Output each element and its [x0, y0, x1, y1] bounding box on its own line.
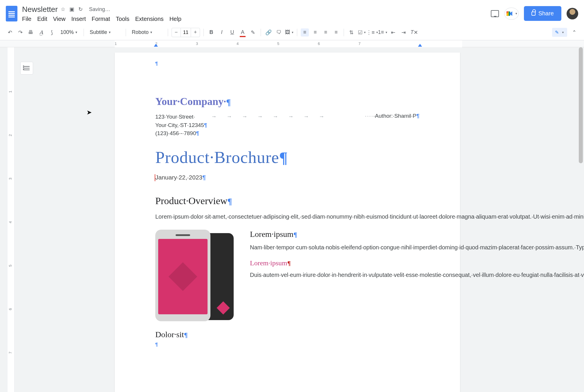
clear-formatting-button[interactable]: T✕: [410, 28, 418, 37]
saving-status: Saving…: [89, 6, 110, 12]
underline-button[interactable]: U: [228, 28, 236, 37]
svg-marker-3: [510, 11, 513, 16]
align-justify-button[interactable]: ≡: [332, 28, 340, 37]
vertical-ruler[interactable]: 1 2 3 4 5 6 7: [8, 47, 15, 392]
overview-paragraph[interactable]: Lorem·ipsum·dolor·sit·amet,·consectetuer…: [155, 212, 419, 222]
lock-icon: [531, 12, 536, 16]
align-right-button[interactable]: ≡: [322, 28, 330, 37]
paragraph-style-dropdown[interactable]: Subtitle▼: [87, 28, 122, 37]
align-center-button[interactable]: ≡: [311, 28, 319, 37]
indent-decrease-button[interactable]: ⇤: [389, 28, 397, 37]
address-line-1: 123·Your·Street·: [155, 114, 195, 120]
move-icon[interactable]: ▣: [69, 6, 74, 12]
mouse-cursor-icon: ➤: [86, 109, 92, 116]
font-family-dropdown[interactable]: Roboto▼: [129, 28, 164, 37]
heading-product-overview[interactable]: Product·Overview¶: [155, 195, 419, 206]
document-canvas: 1 2 3 4 5 6 7 ➤ ¶ Your·Company·¶ 123·You…: [0, 47, 584, 392]
ruler-v-mark: 6: [8, 308, 12, 310]
subtitle-date[interactable]: January·22,·2023¶: [155, 174, 419, 181]
collapse-toolbar-button[interactable]: ⌃: [570, 28, 578, 37]
numbered-list-button[interactable]: 1≡▼: [379, 28, 387, 37]
document-title[interactable]: Newsletter: [22, 5, 58, 14]
ruler-h-mark: 4: [237, 41, 239, 46]
ruler-v-mark: 2: [8, 134, 12, 136]
line-spacing-button[interactable]: ⇅: [347, 28, 356, 37]
font-size-increase[interactable]: +: [191, 28, 200, 37]
add-comment-button[interactable]: 🗨: [275, 28, 283, 37]
app-header: Newsletter ☆ ▣ ↻ Saving… File Edit View …: [0, 0, 584, 25]
outline-toggle-button[interactable]: [20, 62, 33, 75]
cloud-status-icon[interactable]: ↻: [78, 6, 83, 12]
menu-file[interactable]: File: [22, 16, 31, 22]
ruler-v-mark: 4: [8, 221, 12, 223]
link-button[interactable]: 🔗: [264, 28, 273, 37]
paragraph-b[interactable]: Duis·autem·vel·eum·iriure·dolor·in·hendr…: [250, 270, 584, 280]
document-page[interactable]: ¶ Your·Company·¶ 123·Your·Street· Your·C…: [115, 52, 460, 392]
ruler-h-mark: 1: [115, 41, 117, 46]
heading-lorem-1[interactable]: Lorem·ipsum¶: [250, 230, 584, 239]
text-color-button[interactable]: A: [239, 28, 247, 37]
heading-lorem-2[interactable]: Lorem·ipsum¶: [250, 259, 584, 267]
empty-paragraph-2: ¶: [155, 342, 419, 347]
indent-marker-right[interactable]: [418, 44, 422, 47]
spellcheck-button[interactable]: A̲: [37, 28, 45, 37]
insert-image-button[interactable]: 🖼▼: [285, 28, 293, 37]
meet-button[interactable]: ▼: [504, 8, 519, 20]
vertical-scrollbar[interactable]: [579, 47, 583, 392]
address-block[interactable]: 123·Your·Street· Your·City,·ST·12345¶ (1…: [155, 113, 419, 138]
share-label: Share: [538, 10, 554, 17]
paint-format-button[interactable]: ⟆: [48, 28, 56, 37]
menu-insert[interactable]: Insert: [71, 16, 86, 22]
ruler-h-mark: 7: [358, 41, 361, 46]
bulleted-list-button[interactable]: ⋮≡▼: [368, 28, 376, 37]
empty-paragraph: ¶: [155, 61, 419, 66]
ruler-h-mark: 6: [318, 41, 320, 46]
align-left-button[interactable]: ≡: [301, 28, 309, 37]
author-line: ·····Author:·Shamil·P¶: [365, 113, 419, 138]
phone-front-icon: [155, 230, 210, 321]
menu-edit[interactable]: Edit: [37, 16, 47, 22]
address-line-2: Your·City,·ST·12345: [155, 122, 204, 128]
menu-tools[interactable]: Tools: [116, 16, 129, 22]
company-heading[interactable]: Your·Company·¶: [155, 95, 419, 108]
document-main-title[interactable]: Product·Brochure¶: [155, 148, 419, 167]
heading-dolor-sit[interactable]: Dolor·sit¶: [155, 330, 419, 339]
address-line-3: (123)·456·-·7890: [155, 130, 196, 136]
indent-increase-button[interactable]: ⇥: [400, 28, 408, 37]
redo-button[interactable]: ↷: [16, 28, 24, 37]
checklist-button[interactable]: ☑▼: [358, 28, 366, 37]
font-size-control: − +: [172, 28, 200, 37]
comments-icon[interactable]: [491, 10, 499, 17]
indent-marker-left[interactable]: [154, 44, 158, 47]
scrollbar-thumb[interactable]: [579, 47, 583, 163]
ruler-h-mark: 3: [196, 41, 198, 46]
account-avatar[interactable]: [567, 8, 578, 19]
ruler-v-mark: 1: [8, 91, 12, 93]
menu-view[interactable]: View: [53, 16, 66, 22]
product-image[interactable]: [155, 230, 239, 322]
share-button[interactable]: Share: [524, 6, 561, 21]
menu-format[interactable]: Format: [92, 16, 110, 22]
menu-extensions[interactable]: Extensions: [135, 16, 164, 22]
tab-arrows: →→→→→→→→: [207, 113, 365, 138]
text-cursor: [155, 174, 155, 181]
ruler-v-mark: 7: [8, 352, 12, 354]
bold-button[interactable]: B: [207, 28, 215, 37]
zoom-dropdown[interactable]: 100%▼: [58, 28, 80, 37]
star-icon[interactable]: ☆: [61, 6, 65, 12]
font-size-input[interactable]: [181, 28, 191, 37]
undo-button[interactable]: ↶: [6, 28, 14, 37]
print-button[interactable]: 🖶: [27, 28, 35, 37]
menu-help[interactable]: Help: [170, 16, 181, 22]
horizontal-ruler[interactable]: 1 2 3 4 5 6 7: [0, 40, 584, 47]
toolbar: ↶ ↷ 🖶 A̲ ⟆ 100%▼ Subtitle▼ Roboto▼ − + B…: [0, 25, 584, 40]
pencil-icon: ✎: [555, 30, 559, 35]
highlight-button[interactable]: ✎: [249, 28, 257, 37]
paragraph-a[interactable]: Nam·liber·tempor·cum·soluta·nobis·eleife…: [250, 242, 584, 252]
font-size-decrease[interactable]: −: [172, 28, 181, 37]
ruler-h-mark: 5: [277, 41, 279, 46]
italic-button[interactable]: I: [218, 28, 226, 37]
editing-mode-button[interactable]: ✎▼: [552, 28, 567, 37]
menu-bar: File Edit View Insert Format Tools Exten…: [22, 16, 181, 22]
docs-logo-icon[interactable]: [6, 6, 17, 21]
